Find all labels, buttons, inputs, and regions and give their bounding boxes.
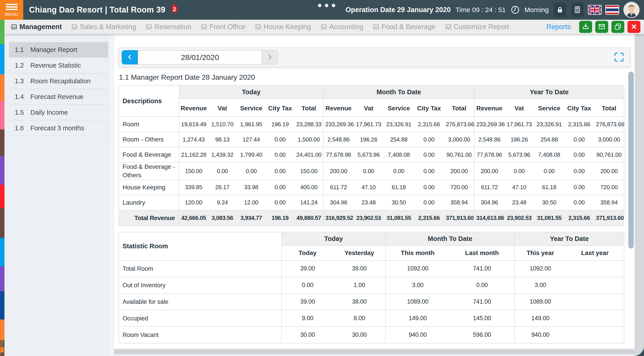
value-cell: 3,000.00 <box>444 132 474 147</box>
value-cell: 304.96 <box>323 195 354 210</box>
nav-item-management[interactable]: Management <box>11 23 62 31</box>
hamburger-icon <box>6 3 18 11</box>
nav-item-accounting[interactable]: Accounting <box>320 23 363 31</box>
value-cell: 276,873.66 <box>444 117 474 132</box>
sidebar-item-revenue-statistic[interactable]: 1.2Revenue Statistic <box>9 58 108 73</box>
language-flag-thailand[interactable] <box>606 6 618 14</box>
value-cell: 30.50 <box>534 195 564 210</box>
tray-icon <box>11 24 18 30</box>
column-header-revenue: Revenue <box>474 99 504 117</box>
date-navigator <box>122 50 278 65</box>
row-label: Out of Inventory <box>119 277 282 293</box>
row-label: Food & Beverage - Others <box>119 162 179 180</box>
sidebar-item-forecast-revenue[interactable]: 1.4Forecast Revenue <box>9 89 108 105</box>
language-flag-uk[interactable] <box>588 6 601 14</box>
tray-icon <box>146 24 152 30</box>
value-cell: 1.00 <box>334 277 386 293</box>
sidebar-item-number: 1.5 <box>15 109 30 116</box>
value-cell: 3,000.00 <box>594 132 624 147</box>
nav-item-front-office[interactable]: Front Office <box>200 23 245 31</box>
nav-item-customize-report[interactable]: Customize Report <box>445 23 509 31</box>
value-cell: 1,439.32 <box>208 147 237 162</box>
color-stripe <box>0 44 4 74</box>
sidebar-item-manager-report[interactable]: 1.1Manager Report <box>9 42 108 58</box>
sidebar-item-daily-income[interactable]: 1.5Daily Income <box>9 105 108 120</box>
user-avatar[interactable] <box>624 2 640 18</box>
value-cell: 127.44 <box>237 132 266 147</box>
value-cell: 371,913.60 <box>444 210 474 226</box>
revenue-table: DescriptionsTodayMonth To DateYear To Da… <box>118 85 624 226</box>
value-cell: 98.13 <box>208 132 237 147</box>
email-button[interactable] <box>595 21 608 33</box>
table-row: Laundry120.009.2412.000.00141.24304.9623… <box>119 195 624 210</box>
column-header-vat: Vat <box>354 99 384 117</box>
value-cell: 940.00 <box>514 327 566 343</box>
value-cell: 30.00 <box>334 327 386 343</box>
next-date-button[interactable] <box>262 50 278 65</box>
nav-item-food-beverage[interactable]: Food & Beverage <box>373 23 435 31</box>
column-header-service: Service <box>237 99 266 117</box>
tray-icon <box>71 24 78 30</box>
value-cell: 1,799.40 <box>237 147 266 162</box>
reports-link[interactable]: Reports <box>546 23 571 31</box>
report-sidebar: 1.1Manager Report1.2Revenue Statistic1.3… <box>4 34 114 356</box>
row-label: Room <box>119 117 179 132</box>
nav-item-sales-marketing[interactable]: Sales & Marketing <box>71 23 136 31</box>
row-label: House Keeping <box>119 180 179 195</box>
value-cell <box>566 277 624 293</box>
table-row: Available for sale39.0038.001089.00741.0… <box>119 293 624 310</box>
main-surface: ManagementSales & MarketingReservationFr… <box>0 20 644 356</box>
color-stripe <box>0 185 4 208</box>
ellipsis-menu-icon[interactable] <box>318 4 335 7</box>
value-cell: 0.00 <box>450 277 514 293</box>
sidebar-item-room-recapitulation[interactable]: 1.3Room Recapitulation <box>9 73 108 89</box>
value-cell: 611.72 <box>474 180 504 195</box>
horizontal-scrollbar[interactable] <box>114 349 634 354</box>
vertical-scrollbar-thumb[interactable] <box>628 72 634 249</box>
calculator-button[interactable] <box>571 3 584 17</box>
value-cell: 39.00 <box>282 293 334 310</box>
statistic-room-header: Statistic Room <box>119 232 282 260</box>
value-cell: 2,548.86 <box>323 132 354 147</box>
value-cell: 0.00 <box>534 162 564 180</box>
group-header-month-to-date: Month To Date <box>386 232 514 246</box>
nav-item-reservation[interactable]: Reservation <box>146 23 191 31</box>
table-row: House Keeping339.8526.1733.980.00400.006… <box>119 180 624 195</box>
export-download-button[interactable] <box>579 21 592 33</box>
lock-button[interactable] <box>554 3 566 17</box>
print-copy-button[interactable] <box>611 21 624 33</box>
column-header-city-tax: City Tax <box>564 99 594 117</box>
time-label: Time 09 : 24 : 51 <box>456 6 506 14</box>
lock-icon <box>556 5 564 15</box>
value-cell: 339.85 <box>179 180 208 195</box>
value-cell: 233,269.36 <box>474 117 504 132</box>
download-icon <box>582 23 590 31</box>
date-input[interactable] <box>138 50 262 65</box>
value-cell: 1089.00 <box>386 293 450 310</box>
column-header-total: Total <box>294 99 323 117</box>
tray-icon <box>373 24 380 30</box>
value-cell <box>566 293 624 310</box>
fullscreen-button[interactable] <box>613 52 625 63</box>
sidebar-item-label: Manager Report <box>30 46 77 54</box>
value-cell: 0.00 <box>564 162 594 180</box>
color-stripe <box>0 266 4 291</box>
value-cell: 3.00 <box>386 277 450 293</box>
value-cell: 200.00 <box>323 162 354 180</box>
value-cell: 0.00 <box>266 132 294 147</box>
menu-button[interactable]: MENU <box>0 0 23 20</box>
previous-date-button[interactable] <box>122 50 138 65</box>
sidebar-item-label: Room Recapitulation <box>30 77 90 85</box>
notification-badge[interactable]: 2 <box>169 3 180 17</box>
value-cell: 31,081.55 <box>384 210 414 226</box>
value-cell: 0.00 <box>504 162 534 180</box>
value-cell: 23,902.53 <box>504 210 534 226</box>
column-header-today: Today <box>282 246 334 260</box>
group-header-month-to-date: Month To Date <box>323 85 474 99</box>
value-cell: 141.24 <box>294 195 323 210</box>
value-cell: 33.98 <box>237 180 266 195</box>
close-button[interactable] <box>628 21 640 33</box>
sidebar-item-forecast-3-months[interactable]: 1.6Forecast 3 months <box>9 120 108 136</box>
value-cell: 316,929.52 <box>323 210 354 226</box>
nav-item-house-keeping[interactable]: House Keeping <box>255 23 311 31</box>
